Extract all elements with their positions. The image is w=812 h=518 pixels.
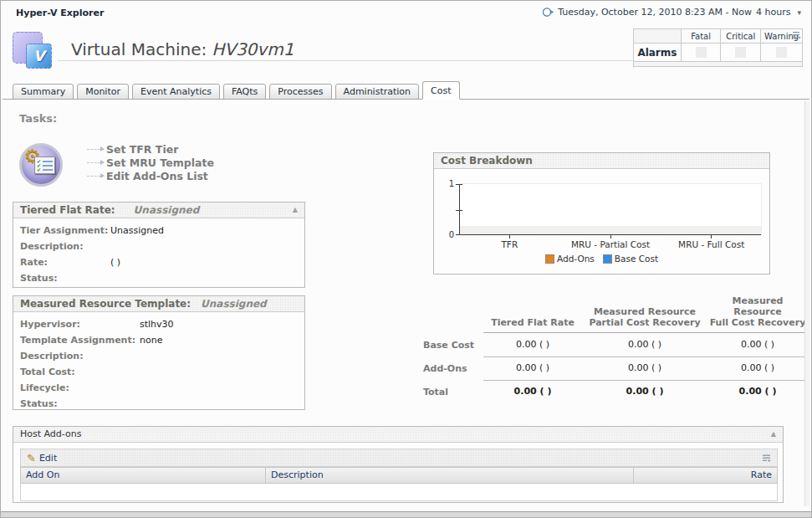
col-rate[interactable]: Rate [634,468,777,483]
tfr-row-description: Description: [20,238,298,254]
tab-summary[interactable]: Summary [13,84,74,100]
tab-faqts[interactable]: FAQts [223,84,266,100]
tasks-gear-checklist-icon: ⚙ ✔ ✔ ✔ [19,143,63,187]
customize-columns-icon[interactable] [793,31,801,41]
base-cost-swatch [603,254,612,264]
alarms-corner-cell [634,29,682,44]
host-addons-empty-row [20,484,778,501]
mrt-row-description: Description: [20,348,298,364]
cost-row-add-ons: Add-Ons 0.00 ( ) 0.00 ( ) 0.00 ( ) [423,356,808,380]
hyperv-explorer-window: Hyper-V Explorer Tuesday, October 12, 20… [0,0,812,518]
col-mr-full-cost-recovery: Measured ResourceFull Cost Recovery [707,295,808,333]
alarms-col-fatal: Fatal [681,29,721,44]
collapse-icon[interactable]: ▲ [293,203,298,218]
task-arrow-icon [87,162,100,163]
mrt-row-lifecycle: Lifecycle: [20,380,298,396]
category-tfr: TFR [459,239,560,249]
task-arrow-icon [87,176,100,177]
alarms-footer-strip [634,62,803,67]
alarms-summary-table: Fatal Critical Warning Alarms [633,28,803,67]
y-axis-tick-label-max: 1 [439,179,454,188]
edit-button[interactable]: ✎ Edit [27,453,57,464]
mrt-row-template-assignment: Template Assignment:none [20,332,298,348]
chart-legend: Add-Ons Base Cost [434,254,769,264]
cost-breakdown-title: Cost Breakdown [441,153,533,168]
tab-event-analytics[interactable]: Event Analytics [132,84,220,100]
host-addons-table-header: Add On Description Rate [20,467,778,484]
chevron-down-icon[interactable]: ▾ [797,8,801,17]
task-set-mru-template[interactable]: Set MRU Template [87,156,214,169]
app-title: Hyper-V Explorer [16,8,104,18]
alarms-row-label: Alarms [634,44,682,62]
measured-resource-template-panel: Measured Resource Template: Unassigned H… [13,295,305,410]
x-axis-category-labels: TFR MRU - Partial Cost MRU - Full Cost [459,239,762,249]
tab-administration[interactable]: Administration [335,84,420,100]
tiered-flat-rate-header: Tiered Flat Rate: Unassigned ▲ [13,203,304,218]
cost-summary-header-row: Tiered Flat Rate Measured ResourcePartia… [423,295,808,333]
tfr-row-tier-assignment: Tier Assignment:Unassigned [20,223,298,238]
col-description[interactable]: Description [266,468,634,483]
tab-processes[interactable]: Processes [269,84,331,100]
task-edit-addons-list[interactable]: Edit Add-Ons List [87,169,214,182]
host-addons-toolbar: ✎ Edit [20,449,778,467]
virtual-machine-icon-glyph: V [26,44,52,69]
mrt-row-total-cost: Total Cost: [20,364,298,380]
tab-monitor[interactable]: Monitor [77,84,129,100]
page-title-prefix: Virtual Machine: [71,39,207,59]
category-mru-partial: MRU - Partial Cost [560,239,661,249]
host-addons-panel: Host Add-ons ▲ ✎ Edit Add [13,426,784,503]
scrollbar-track[interactable] [804,101,810,506]
cost-row-base-cost: Base Cost 0.00 ( ) 0.00 ( ) 0.00 ( ) [423,333,808,356]
bottom-status-strip [1,511,811,517]
cost-breakdown-chart: 1 0 TFR MRU - Partial Cost MRU - Full Co… [434,169,769,274]
mrt-row-status: Status: [20,396,298,412]
y-axis-tick-label-min: 0 [439,230,454,239]
task-links: Set TFR Tier Set MRU Template Edit Add-O… [87,142,214,182]
cost-row-total: Total 0.00 ( ) 0.00 ( ) 0.00 ( ) [423,380,808,403]
col-tiered-flat-rate: Tiered Flat Rate [483,317,582,333]
collapse-icon[interactable]: ▲ [771,427,776,442]
tiered-flat-rate-panel: Tiered Flat Rate: Unassigned ▲ Tier Assi… [13,202,305,288]
col-mr-partial-cost-recovery: Measured ResourcePartial Cost Recovery [582,306,707,333]
alarms-critical-cell[interactable] [721,44,761,62]
time-range-text: Tuesday, October 12, 2010 8:23 AM - Now [558,7,752,18]
tfr-row-status: Status: [20,270,298,286]
category-mru-full: MRU - Full Cost [661,239,762,249]
page-title: Virtual Machine:HV30vm1 [71,39,294,59]
host-addons-header: Host Add-ons ▲ [13,427,783,443]
legend-base-cost: Base Cost [603,254,658,264]
header-divider [58,60,633,61]
alarms-critical-count[interactable] [735,47,746,58]
task-set-tfr-tier[interactable]: Set TFR Tier [87,142,214,156]
alarms-warning-cell[interactable] [761,44,803,62]
time-range-control[interactable]: Tuesday, October 12, 2010 8:23 AM - Now … [542,7,801,18]
time-range-duration: 4 hours [756,7,790,18]
alarms-col-warning: Warning [761,29,803,44]
customize-table-icon[interactable] [762,450,771,466]
edit-pencil-icon: ✎ [27,453,36,464]
col-add-on[interactable]: Add On [21,468,266,483]
add-ons-swatch [545,254,554,264]
cost-breakdown-header: Cost Breakdown [434,153,769,169]
tiered-flat-rate-title: Tiered Flat Rate: [20,203,115,218]
alarms-fatal-cell[interactable] [681,44,721,62]
cost-breakdown-panel: Cost Breakdown 1 0 TFR MRU - Partial Cos… [433,152,770,274]
chart-plot-area [459,183,762,235]
alarms-col-critical: Critical [721,29,761,44]
mrt-header: Measured Resource Template: Unassigned [13,296,304,312]
cost-summary-table: Tiered Flat Rate Measured ResourcePartia… [423,295,808,403]
alarms-warning-count[interactable] [776,47,787,58]
task-arrow-icon [87,149,100,150]
legend-add-ons: Add-Ons [545,254,595,264]
mrt-assignment-status: Unassigned [201,296,267,311]
tfr-assignment-status: Unassigned [134,203,200,218]
tfr-row-rate: Rate:( ) [20,254,298,270]
host-addons-title: Host Add-ons [20,427,81,442]
tab-bar: Summary Monitor Event Analytics FAQts Pr… [13,81,463,100]
vm-name: HV30vm1 [212,39,294,59]
mrt-title: Measured Resource Template: [20,296,191,311]
checklist-icon: ✔ ✔ ✔ [34,156,55,174]
mrt-row-hypervisor: Hypervisor:stlhv30 [20,316,298,332]
alarms-fatal-count[interactable] [696,47,707,58]
tab-cost[interactable]: Cost [422,81,459,100]
